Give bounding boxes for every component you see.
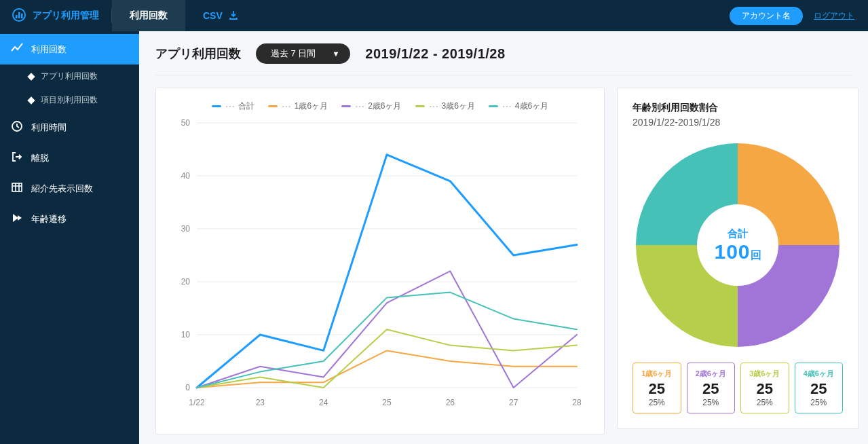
donut-title: 年齢別利用回数割合: [633, 102, 843, 114]
segment-cards: 1歳6ヶ月2525%2歳6ヶ月2525%3歳6ヶ月2525%4歳6ヶ月2525%: [633, 363, 843, 413]
svg-text:23: 23: [256, 398, 265, 407]
main-content: アプリ利用回数 過去 7 日間 ▼ 2019/1/22 - 2019/1/28 …: [139, 31, 868, 444]
segment-value: 25: [744, 380, 786, 398]
tab-csv[interactable]: CSV: [185, 0, 257, 31]
sidebar-item-referrals[interactable]: 紹介先表示回数: [0, 173, 139, 204]
segment-value: 25: [798, 380, 840, 398]
svg-text:26: 26: [446, 398, 455, 407]
legend-item: ⋯1歳6ヶ月: [268, 100, 328, 112]
sidebar-item-label: 離脱: [31, 152, 49, 164]
svg-text:27: 27: [509, 398, 518, 407]
sidebar-item-exit[interactable]: 離脱: [0, 143, 139, 173]
segment-name: 4歳6ヶ月: [798, 369, 840, 379]
tab-csv-label: CSV: [203, 10, 223, 21]
donut-center-value: 100: [714, 240, 750, 263]
svg-text:30: 30: [181, 224, 191, 234]
legend-item: ⋯4歳6ヶ月: [489, 100, 548, 112]
period-select[interactable]: 過去 7 日間 ▼: [256, 43, 350, 64]
legend-swatch: [489, 105, 498, 107]
segment-name: 3歳6ヶ月: [744, 369, 786, 379]
legend-label: 2歳6ヶ月: [368, 100, 401, 112]
sidebar-item-label: 利用回数: [31, 43, 67, 56]
segment-name: 2歳6ヶ月: [690, 369, 732, 379]
sidebar-sub-label: 項目別利用回数: [41, 94, 98, 106]
clock-icon: [11, 120, 23, 134]
svg-text:25: 25: [382, 398, 392, 407]
period-label: 過去 7 日間: [271, 48, 316, 60]
legend-item: ⋯合計: [212, 100, 254, 112]
svg-text:24: 24: [319, 398, 328, 407]
bar-chart-icon: [12, 8, 26, 24]
donut-center: 合計 100回: [633, 140, 843, 350]
segment-name: 1歳6ヶ月: [636, 369, 678, 379]
logout-link[interactable]: ログアウト: [814, 10, 854, 22]
donut-center-unit: 回: [751, 249, 761, 261]
donut-chart: 合計 100回: [633, 140, 843, 350]
sidebar-sub-app-usage[interactable]: アプリ利用回数: [0, 64, 139, 88]
segment-card: 3歳6ヶ月2525%: [740, 363, 789, 413]
line-chart-panel: ⋯合計⋯1歳6ヶ月⋯2歳6ヶ月⋯3歳6ヶ月⋯4歳6ヶ月 010203040501…: [155, 88, 605, 434]
legend-label: 3歳6ヶ月: [442, 100, 475, 112]
account-button[interactable]: アカウント名: [730, 7, 803, 25]
sidebar-item-label: 紹介先表示回数: [31, 183, 93, 195]
legend-label: 4歳6ヶ月: [515, 100, 548, 112]
date-range: 2019/1/22 - 2019/1/28: [365, 46, 505, 62]
segment-percent: 25%: [636, 398, 678, 407]
sidebar-item-usage[interactable]: 利用回数: [0, 34, 139, 64]
page-title: アプリ利用回数: [155, 45, 241, 62]
sidebar-sub-label: アプリ利用回数: [41, 71, 98, 82]
svg-text:20: 20: [181, 277, 191, 286]
svg-text:28: 28: [572, 398, 582, 407]
sidebar-item-age[interactable]: 年齢遷移: [0, 204, 139, 234]
segment-percent: 25%: [798, 398, 840, 407]
legend-label: 1歳6ヶ月: [295, 100, 328, 112]
donut-panel: 年齢別利用回数割合 2019/1/22-2019/1/28 合計 100回 1歳…: [617, 88, 858, 429]
top-tabs: 利用回数 CSV: [112, 0, 257, 31]
sidebar-item-duration[interactable]: 利用時間: [0, 112, 139, 143]
top-bar: アプリ利用管理 利用回数 CSV アカウント名 ログアウト: [0, 0, 868, 31]
bullet-icon: [27, 73, 35, 80]
legend-swatch: [212, 105, 221, 107]
svg-text:1/22: 1/22: [189, 398, 205, 407]
legend-item: ⋯3歳6ヶ月: [415, 100, 475, 112]
chart-legend: ⋯合計⋯1歳6ヶ月⋯2歳6ヶ月⋯3歳6ヶ月⋯4歳6ヶ月: [170, 100, 590, 112]
bullet-icon: [27, 96, 35, 104]
legend-item: ⋯2歳6ヶ月: [341, 100, 401, 112]
line-chart: 010203040501/22232425262728: [170, 116, 590, 415]
grid-icon: [11, 181, 23, 196]
play-icon: [11, 212, 23, 226]
sidebar-item-label: 利用時間: [31, 122, 67, 134]
legend-swatch: [341, 105, 351, 107]
legend-swatch: [268, 105, 278, 107]
sidebar-item-label: 年齢遷移: [31, 213, 67, 225]
download-icon: [228, 10, 239, 22]
donut-center-label: 合計: [728, 227, 748, 240]
brand-title: アプリ利用管理: [33, 10, 99, 22]
legend-swatch: [415, 105, 425, 107]
donut-subtitle: 2019/1/22-2019/1/28: [633, 117, 843, 128]
brand: アプリ利用管理: [0, 8, 111, 24]
sidebar-sub-item-usage[interactable]: 項目別利用回数: [0, 88, 139, 112]
svg-rect-1: [16, 15, 18, 18]
svg-rect-5: [12, 183, 22, 191]
chevron-down-icon: ▼: [332, 50, 339, 58]
segment-percent: 25%: [690, 398, 732, 407]
sidebar: 利用回数 アプリ利用回数 項目別利用回数 利用時間 離脱 紹介先表示回数 年齢遷…: [0, 31, 139, 444]
trend-icon: [11, 42, 23, 56]
tab-usage-label: 利用回数: [130, 10, 168, 22]
segment-value: 25: [690, 380, 732, 398]
page-header: アプリ利用回数 過去 7 日間 ▼ 2019/1/22 - 2019/1/28: [155, 43, 852, 75]
segment-percent: 25%: [744, 398, 786, 407]
svg-rect-3: [21, 14, 23, 18]
svg-text:50: 50: [181, 118, 191, 128]
svg-text:40: 40: [181, 171, 191, 181]
segment-card: 1歳6ヶ月2525%: [633, 363, 681, 413]
segment-value: 25: [636, 380, 678, 398]
exit-icon: [11, 151, 23, 165]
segment-card: 2歳6ヶ月2525%: [687, 363, 736, 413]
tab-usage[interactable]: 利用回数: [112, 0, 185, 31]
segment-card: 4歳6ヶ月2525%: [795, 363, 844, 413]
legend-label: 合計: [238, 100, 254, 112]
svg-text:0: 0: [185, 383, 190, 392]
svg-text:10: 10: [181, 330, 191, 339]
